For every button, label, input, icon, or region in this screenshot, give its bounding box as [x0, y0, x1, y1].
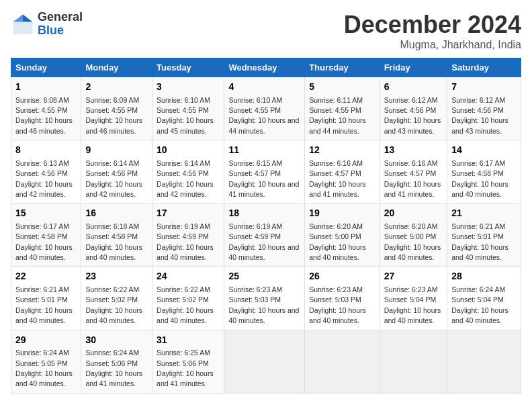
day-number: 22: [15, 270, 77, 283]
col-thursday: Thursday: [305, 58, 380, 77]
daylight-label: Daylight: 10 hours and 46 minutes.: [85, 116, 142, 134]
sunrise-info: Sunrise: 6:24 AM: [451, 285, 505, 293]
sunset-info: Sunset: 4:55 PM: [85, 106, 138, 114]
daylight-label: Daylight: 10 hours and 40 minutes.: [157, 306, 214, 324]
sunrise-info: Sunrise: 6:09 AM: [85, 96, 139, 104]
sunrise-info: Sunrise: 6:20 AM: [384, 222, 438, 230]
table-cell: 31 Sunrise: 6:25 AM Sunset: 5:06 PM Dayl…: [152, 330, 224, 393]
table-cell: [305, 330, 380, 393]
sunset-info: Sunset: 4:58 PM: [85, 232, 138, 240]
sunset-info: Sunset: 4:57 PM: [384, 169, 437, 177]
daylight-label: Daylight: 10 hours and 42 minutes.: [157, 180, 214, 198]
table-cell: 22 Sunrise: 6:21 AM Sunset: 5:01 PM Dayl…: [11, 267, 81, 330]
sunset-info: Sunset: 4:56 PM: [157, 169, 209, 177]
table-cell: 6 Sunrise: 6:12 AM Sunset: 4:56 PM Dayli…: [380, 77, 447, 140]
daylight-label: Daylight: 10 hours and 40 minutes.: [309, 243, 366, 261]
sunset-info: Sunset: 5:01 PM: [451, 232, 504, 240]
table-cell: 9 Sunrise: 6:14 AM Sunset: 4:56 PM Dayli…: [81, 140, 152, 203]
sunset-info: Sunset: 4:55 PM: [228, 106, 281, 114]
daylight-label: Daylight: 10 hours and 40 minutes.: [451, 243, 508, 261]
table-cell: 3 Sunrise: 6:10 AM Sunset: 4:55 PM Dayli…: [152, 77, 224, 140]
sunrise-info: Sunrise: 6:20 AM: [309, 222, 363, 230]
table-cell: 24 Sunrise: 6:22 AM Sunset: 5:02 PM Dayl…: [152, 267, 224, 330]
day-number: 4: [228, 81, 300, 94]
sunrise-info: Sunrise: 6:24 AM: [85, 349, 139, 357]
sunrise-info: Sunrise: 6:23 AM: [384, 285, 438, 293]
sunrise-info: Sunrise: 6:13 AM: [15, 159, 69, 167]
day-number: 2: [85, 81, 148, 94]
daylight-label: Daylight: 10 hours and 40 minutes.: [384, 243, 441, 261]
sunset-info: Sunset: 5:04 PM: [451, 295, 504, 304]
day-number: 1: [15, 81, 77, 94]
sunrise-info: Sunrise: 6:14 AM: [85, 159, 139, 167]
sunset-info: Sunset: 4:59 PM: [228, 232, 281, 240]
sunrise-info: Sunrise: 6:10 AM: [228, 96, 282, 104]
daylight-label: Daylight: 10 hours and 41 minutes.: [309, 180, 366, 198]
day-number: 6: [384, 81, 443, 94]
sunset-info: Sunset: 5:03 PM: [228, 295, 281, 304]
table-cell: 12 Sunrise: 6:16 AM Sunset: 4:57 PM Dayl…: [305, 140, 380, 203]
header: General Blue December 2024 Mugma, Jharkh…: [11, 11, 521, 51]
daylight-label: Daylight: 10 hours and 40 minutes.: [157, 243, 214, 261]
daylight-label: Daylight: 10 hours and 44 minutes.: [309, 116, 366, 134]
calendar-row: 22 Sunrise: 6:21 AM Sunset: 5:01 PM Dayl…: [11, 267, 521, 330]
sunrise-info: Sunrise: 6:18 AM: [85, 222, 139, 230]
sunrise-info: Sunrise: 6:17 AM: [451, 159, 505, 167]
table-cell: 5 Sunrise: 6:11 AM Sunset: 4:55 PM Dayli…: [305, 77, 380, 140]
daylight-label: Daylight: 10 hours and 40 minutes.: [85, 243, 142, 261]
sunrise-info: Sunrise: 6:15 AM: [228, 159, 282, 167]
sunrise-info: Sunrise: 6:12 AM: [451, 96, 505, 104]
table-cell: 18 Sunrise: 6:19 AM Sunset: 4:59 PM Dayl…: [224, 203, 305, 267]
sunset-info: Sunset: 5:04 PM: [384, 295, 437, 304]
logo-blue: Blue: [38, 24, 83, 38]
daylight-label: Daylight: 10 hours and 40 minutes.: [228, 243, 299, 261]
sunrise-info: Sunrise: 6:21 AM: [15, 285, 69, 293]
table-cell: [224, 330, 305, 393]
sunset-info: Sunset: 5:05 PM: [15, 359, 68, 367]
day-number: 7: [451, 81, 517, 94]
daylight-label: Daylight: 10 hours and 43 minutes.: [451, 116, 508, 134]
sunrise-info: Sunrise: 6:17 AM: [15, 222, 69, 230]
table-cell: 7 Sunrise: 6:12 AM Sunset: 4:56 PM Dayli…: [447, 77, 521, 140]
day-number: 24: [157, 270, 220, 283]
daylight-label: Daylight: 10 hours and 46 minutes.: [15, 116, 73, 134]
daylight-label: Daylight: 10 hours and 44 minutes.: [228, 116, 299, 134]
table-cell: 21 Sunrise: 6:21 AM Sunset: 5:01 PM Dayl…: [447, 203, 521, 267]
sunrise-info: Sunrise: 6:23 AM: [309, 285, 363, 293]
sunset-info: Sunset: 5:00 PM: [384, 232, 437, 240]
svg-marker-1: [23, 14, 32, 21]
daylight-label: Daylight: 10 hours and 42 minutes.: [15, 180, 73, 198]
table-cell: 11 Sunrise: 6:15 AM Sunset: 4:57 PM Dayl…: [224, 140, 305, 203]
table-cell: 14 Sunrise: 6:17 AM Sunset: 4:58 PM Dayl…: [447, 140, 521, 203]
table-cell: 26 Sunrise: 6:23 AM Sunset: 5:03 PM Dayl…: [305, 267, 380, 330]
table-cell: 10 Sunrise: 6:14 AM Sunset: 4:56 PM Dayl…: [152, 140, 224, 203]
sunrise-info: Sunrise: 6:24 AM: [15, 349, 69, 357]
logo: General Blue: [11, 11, 83, 38]
sunset-info: Sunset: 5:06 PM: [157, 359, 209, 367]
sunset-info: Sunset: 4:56 PM: [451, 106, 504, 114]
table-cell: 23 Sunrise: 6:22 AM Sunset: 5:02 PM Dayl…: [81, 267, 152, 330]
daylight-label: Daylight: 10 hours and 40 minutes.: [384, 306, 441, 324]
table-cell: 8 Sunrise: 6:13 AM Sunset: 4:56 PM Dayli…: [11, 140, 81, 203]
day-number: 13: [384, 144, 443, 157]
day-number: 17: [157, 207, 220, 220]
day-number: 28: [451, 270, 517, 283]
daylight-label: Daylight: 10 hours and 40 minutes.: [309, 306, 366, 324]
logo-general: General: [38, 11, 83, 24]
daylight-label: Daylight: 10 hours and 45 minutes.: [157, 116, 214, 134]
table-cell: [380, 330, 447, 393]
day-number: 15: [15, 207, 77, 220]
col-wednesday: Wednesday: [224, 58, 305, 77]
sunrise-info: Sunrise: 6:16 AM: [384, 159, 438, 167]
day-number: 20: [384, 207, 443, 220]
svg-marker-2: [13, 14, 23, 21]
sunrise-info: Sunrise: 6:23 AM: [228, 285, 282, 293]
subtitle: Mugma, Jharkhand, India: [344, 39, 521, 51]
calendar-row: 15 Sunrise: 6:17 AM Sunset: 4:58 PM Dayl…: [11, 203, 521, 267]
day-number: 5: [309, 81, 375, 94]
day-number: 16: [85, 207, 148, 220]
day-number: 19: [309, 207, 375, 220]
sunrise-info: Sunrise: 6:14 AM: [157, 159, 210, 167]
sunrise-info: Sunrise: 6:19 AM: [228, 222, 282, 230]
sunset-info: Sunset: 4:59 PM: [157, 232, 209, 240]
